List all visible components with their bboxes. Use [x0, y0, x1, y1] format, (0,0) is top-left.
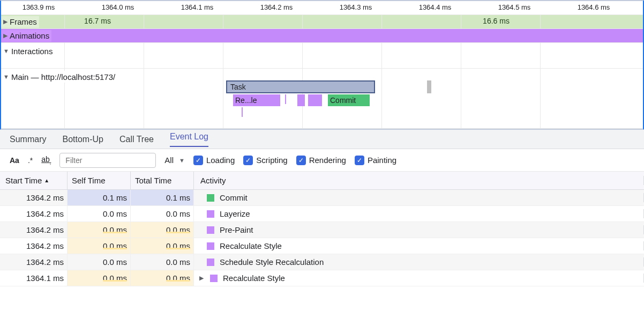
- interactions-track[interactable]: ▼ Interactions: [1, 43, 643, 69]
- gray-task-block[interactable]: [427, 80, 431, 93]
- recalc-style-block[interactable]: Re...le: [233, 94, 280, 106]
- event-log-table: Start Time▲ Self Time Total Time Activit…: [0, 172, 644, 286]
- case-sensitive-icon[interactable]: Aa: [10, 156, 19, 165]
- cell-total-time: 0.0 ms: [131, 206, 194, 221]
- tab-calltree[interactable]: Call Tree: [119, 135, 154, 144]
- filter-input[interactable]: [59, 153, 156, 168]
- table-row[interactable]: 1364.2 ms0.0 ms0.0 msSchedule Style Reca…: [0, 254, 644, 270]
- painting-checkbox[interactable]: ✓ Painting: [355, 156, 396, 165]
- cell-activity: Layerize: [194, 209, 644, 218]
- rendering-color-icon: [207, 226, 214, 234]
- frames-track[interactable]: ▶ Frames 16.7 ms 16.6 ms: [1, 15, 643, 29]
- tab-bottomup[interactable]: Bottom-Up: [62, 135, 103, 144]
- interactions-label-text: Interactions: [11, 47, 53, 56]
- check-icon: ✓: [243, 156, 253, 165]
- activity-label: Recalculate Style: [220, 241, 282, 250]
- category-dropdown[interactable]: All ▼: [164, 156, 185, 165]
- ruler-tick: 1364.1 ms: [181, 3, 214, 11]
- timeline-panel[interactable]: 1363.9 ms 1364.0 ms 1364.1 ms 1364.2 ms …: [0, 0, 644, 130]
- cell-total-time: 0.0 ms: [131, 238, 194, 254]
- cell-activity: Schedule Style Recalculation: [194, 257, 644, 267]
- rendering-label: Rendering: [309, 156, 346, 165]
- task-sliver[interactable]: [285, 94, 286, 104]
- painting-label: Painting: [368, 156, 396, 165]
- cell-self-time: 0.0 ms: [68, 270, 131, 286]
- loading-checkbox[interactable]: ✓ Loading: [193, 156, 235, 165]
- scripting-checkbox[interactable]: ✓ Scripting: [243, 156, 287, 165]
- ruler-tick: 1364.3 ms: [340, 3, 372, 11]
- expand-right-icon[interactable]: ▶: [199, 275, 204, 282]
- table-row[interactable]: 1364.2 ms0.0 ms0.0 msPre-Paint: [0, 222, 644, 238]
- rendering-color-icon: [207, 242, 214, 250]
- whole-word-icon[interactable]: ab,: [41, 155, 51, 165]
- table-row[interactable]: 1364.2 ms0.0 ms0.0 msLayerize: [0, 206, 644, 222]
- col-start-time[interactable]: Start Time▲: [0, 172, 68, 189]
- frames-track-label[interactable]: ▶ Frames: [1, 16, 39, 28]
- task-bar[interactable]: Task: [226, 80, 375, 93]
- commit-color-icon: [207, 194, 214, 202]
- time-ruler[interactable]: 1363.9 ms 1364.0 ms 1364.1 ms 1364.2 ms …: [1, 1, 643, 15]
- cell-start-time: 1364.2 ms: [0, 254, 68, 270]
- rendering-color-icon: [210, 275, 218, 282]
- cell-total-time: 0.0 ms: [131, 270, 194, 286]
- frame-duration: 16.6 ms: [483, 17, 510, 25]
- table-header: Start Time▲ Self Time Total Time Activit…: [0, 172, 644, 190]
- table-body: 1364.2 ms0.1 ms0.1 msCommit1364.2 ms0.0 …: [0, 190, 644, 286]
- col-total-time[interactable]: Total Time: [131, 172, 194, 189]
- chevron-down-icon: ▼: [179, 157, 185, 164]
- commit-block[interactable]: Commit: [328, 94, 370, 106]
- activity-label: Pre-Paint: [220, 225, 253, 234]
- cell-total-time: 0.0 ms: [131, 254, 194, 270]
- activity-label: Schedule Style Recalculation: [220, 257, 324, 267]
- expand-right-icon: ▶: [3, 32, 8, 39]
- scripting-label: Scripting: [256, 156, 287, 165]
- ruler-tick: 1364.0 ms: [102, 3, 134, 11]
- task-label: Task: [230, 83, 246, 91]
- details-tabs: Summary Bottom-Up Call Tree Event Log: [0, 130, 644, 149]
- cell-start-time: 1364.2 ms: [0, 206, 68, 221]
- interactions-track-label[interactable]: ▼ Interactions: [1, 45, 55, 57]
- rendering-checkbox[interactable]: ✓ Rendering: [296, 156, 346, 165]
- ruler-tick: 1364.4 ms: [419, 3, 452, 11]
- col-self-time[interactable]: Self Time: [68, 172, 131, 189]
- main-track-label[interactable]: ▼ Main — http://localhost:5173/: [1, 71, 117, 83]
- cell-self-time: 0.1 ms: [68, 190, 131, 205]
- loading-label: Loading: [206, 156, 235, 165]
- recalc-label: Re...le: [235, 96, 257, 105]
- task-thin-block[interactable]: [308, 94, 322, 106]
- cell-start-time: 1364.2 ms: [0, 190, 68, 205]
- cell-self-time: 0.0 ms: [68, 206, 131, 221]
- cell-start-time: 1364.2 ms: [0, 222, 68, 238]
- cell-activity: Commit: [194, 193, 644, 202]
- cell-total-time: 0.1 ms: [131, 190, 194, 205]
- dropdown-value: All: [164, 156, 174, 165]
- rendering-color-icon: [207, 210, 214, 218]
- animations-track[interactable]: ▶ Animations: [1, 29, 643, 43]
- cell-start-time: 1364.1 ms: [0, 270, 68, 286]
- animations-track-label[interactable]: ▶ Animations: [1, 30, 51, 42]
- rendering-color-icon: [207, 258, 214, 266]
- tab-summary[interactable]: Summary: [10, 135, 46, 144]
- main-track[interactable]: ▼ Main — http://localhost:5173/ Task Re.…: [1, 69, 643, 129]
- commit-label: Commit: [330, 96, 356, 105]
- check-icon: ✓: [355, 156, 364, 165]
- expand-down-icon: ▼: [3, 73, 9, 80]
- activity-label: Commit: [220, 193, 248, 202]
- ruler-tick: 1364.6 ms: [578, 3, 610, 11]
- col-activity[interactable]: Activity: [194, 176, 644, 185]
- expand-down-icon: ▼: [3, 48, 9, 54]
- check-icon: ✓: [193, 156, 203, 165]
- cell-self-time: 0.0 ms: [68, 222, 131, 238]
- filter-bar: Aa .* ab, All ▼ ✓ Loading ✓ Scripting ✓ …: [0, 149, 644, 172]
- cell-activity: ▶Recalculate Style: [194, 274, 644, 283]
- tab-eventlog[interactable]: Event Log: [170, 132, 208, 147]
- table-row[interactable]: 1364.1 ms0.0 ms0.0 ms▶Recalculate Style: [0, 270, 644, 286]
- table-row[interactable]: 1364.2 ms0.0 ms0.0 msRecalculate Style: [0, 238, 644, 254]
- table-row[interactable]: 1364.2 ms0.1 ms0.1 msCommit: [0, 190, 644, 206]
- ruler-tick: 1363.9 ms: [23, 3, 55, 11]
- main-label-text: Main — http://localhost:5173/: [11, 72, 115, 82]
- task-thin-block[interactable]: [297, 94, 305, 106]
- regex-icon[interactable]: .*: [28, 156, 33, 165]
- cell-self-time: 0.0 ms: [68, 254, 131, 270]
- task-sliver[interactable]: [242, 107, 243, 117]
